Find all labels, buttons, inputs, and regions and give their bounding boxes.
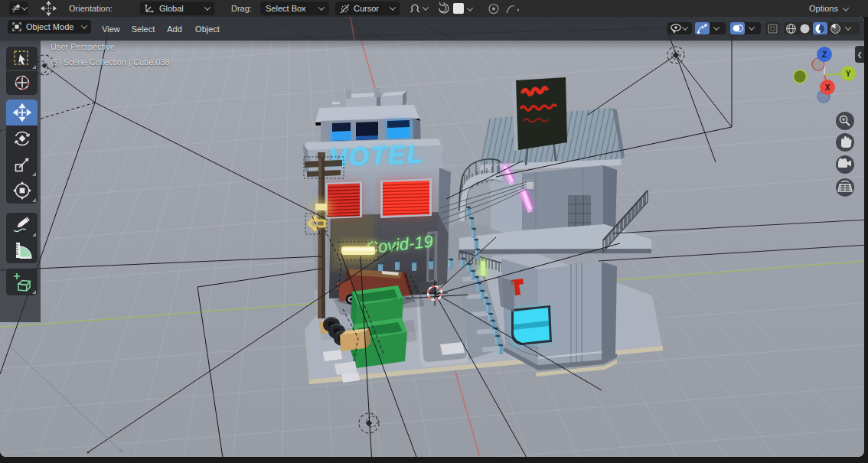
svg-text:Y: Y xyxy=(846,70,851,78)
svg-text:X: X xyxy=(825,83,830,92)
svg-text:HOTEL: HOTEL xyxy=(328,139,425,171)
svg-text:Z: Z xyxy=(822,51,827,59)
